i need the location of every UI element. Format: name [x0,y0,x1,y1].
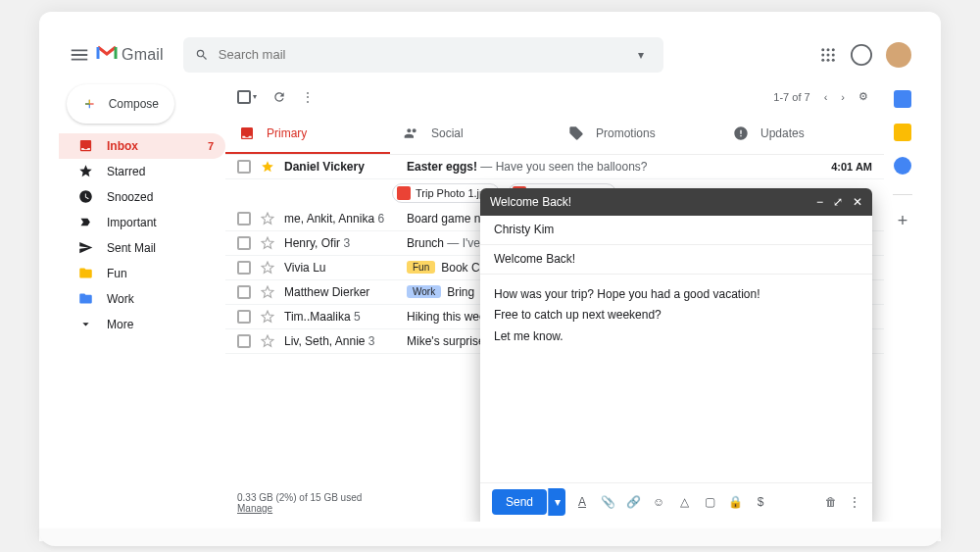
drive-icon[interactable]: △ [677,495,691,509]
refresh-icon[interactable] [272,90,286,104]
account-avatar[interactable] [886,42,911,68]
calendar-icon[interactable] [894,90,911,108]
email-checkbox[interactable] [237,310,251,324]
send-button[interactable]: Send [492,489,547,515]
tab-updates[interactable]: Updates [719,116,884,154]
menu-icon[interactable] [69,44,90,66]
next-icon[interactable]: › [841,91,845,103]
search-input[interactable] [219,47,628,62]
tab-primary[interactable]: Primary [225,116,390,154]
tab-social[interactable]: Social [390,116,555,154]
sidebar-item-starred[interactable]: Starred [59,159,225,184]
svg-point-6 [821,58,824,61]
sidebar-item-snoozed[interactable]: Snoozed [59,184,225,210]
star-icon[interactable] [261,261,274,275]
svg-point-0 [821,48,824,51]
emoji-icon[interactable]: ☺ [652,495,665,509]
sidebar-item-more[interactable]: More [59,312,225,337]
keep-icon[interactable] [894,124,911,141]
photo-icon[interactable]: ▢ [703,495,716,509]
compose-dialog: Welcome Back! − ⤢ ✕ Christy Kim Welcome … [480,188,872,522]
svg-point-3 [821,53,824,56]
gmail-m-icon [96,43,118,66]
compose-body[interactable]: How was your trip? Hope you had a good v… [480,275,872,482]
star-icon[interactable] [261,236,274,250]
gmail-logo[interactable]: Gmail [96,43,164,66]
sidebar-item-work[interactable]: Work [59,286,225,312]
money-icon[interactable]: $ [754,495,767,509]
dialog-header[interactable]: Welcome Back! − ⤢ ✕ [480,188,872,216]
close-icon[interactable]: ✕ [853,195,862,209]
svg-point-8 [832,58,835,61]
email-checkbox[interactable] [237,334,251,348]
sidebar-item-important[interactable]: Important [59,210,225,235]
manage-storage-link[interactable]: Manage [237,503,272,514]
minimize-icon[interactable]: − [816,195,823,209]
to-field[interactable]: Christy Kim [480,216,872,245]
sender: Vivia Lu [284,261,397,275]
email-checkbox[interactable] [237,285,251,299]
send-icon [78,240,93,255]
select-all-checkbox[interactable]: ▾ [237,90,257,104]
settings-icon[interactable]: ⚙ [858,90,872,104]
sidebar-item-inbox[interactable]: Inbox7 [59,133,225,159]
add-addon-icon[interactable]: + [898,211,908,231]
important-icon [78,215,93,229]
email-row[interactable]: Daniel VickeryEaster eggs! — Have you se… [225,155,884,179]
dialog-title: Welcome Back! [490,195,571,209]
link-icon[interactable]: 🔗 [626,495,640,509]
star-icon[interactable] [261,285,274,299]
apps-icon[interactable] [819,46,837,64]
sender: Liv, Seth, Annie 3 [284,334,397,348]
email-checkbox[interactable] [237,212,251,226]
sender: Henry, Ofir 3 [284,236,397,250]
page-count: 1-7 of 7 [773,91,809,103]
send-options-icon[interactable]: ▾ [548,488,565,516]
side-panel: + [884,78,921,522]
prev-icon[interactable]: ‹ [824,91,828,103]
attach-icon[interactable]: 📎 [601,495,614,509]
notifications-icon[interactable] [851,44,872,66]
more-icon[interactable]: ⋮ [302,90,316,104]
sidebar-item-fun[interactable]: Fun [59,261,225,286]
inbox-icon [78,138,93,153]
tab-promotions[interactable]: Promotions [555,116,719,154]
svg-point-5 [832,53,835,56]
expand-icon[interactable]: ⤢ [833,195,843,209]
lock-icon[interactable]: 🔒 [728,495,742,509]
star-icon[interactable] [261,310,274,324]
email-checkbox[interactable] [237,236,251,250]
star-icon[interactable] [261,160,274,174]
sidebar-item-sent-mail[interactable]: Sent Mail [59,235,225,261]
subject-field[interactable]: Welcome Back! [480,245,872,275]
more-icon [78,317,93,331]
header: Gmail ▾ [59,31,921,78]
sender: Daniel Vickery [284,160,397,174]
date: 4:01 AM [827,161,872,173]
category-tabs: PrimarySocialPromotionsUpdates [225,116,884,155]
sidebar: Compose Inbox7StarredSnoozedImportantSen… [59,78,225,522]
star-icon[interactable] [261,212,274,226]
compose-label: Compose [109,97,159,111]
label-tag: Fun [407,261,435,274]
star-icon[interactable] [261,334,274,348]
email-checkbox[interactable] [237,160,251,174]
svg-point-1 [827,48,830,51]
compose-toolbar: Send ▾ A 📎 🔗 ☺ △ ▢ 🔒 $ 🗑 ⋮ [480,482,872,522]
svg-point-7 [827,58,830,61]
trash-icon[interactable]: 🗑 [825,495,837,509]
tasks-icon[interactable] [894,157,911,175]
format-icon[interactable]: A [575,495,589,509]
label-tag: Work [407,285,441,298]
search-bar[interactable]: ▾ [183,37,663,73]
image-icon [397,186,411,200]
compose-button[interactable]: Compose [67,84,174,124]
sender: Tim..Maalika 5 [284,310,397,324]
clock-icon [78,189,93,204]
dropdown-icon[interactable]: ▾ [638,48,652,62]
svg-point-2 [832,48,835,51]
more-options-icon[interactable]: ⋮ [849,495,860,509]
email-checkbox[interactable] [237,261,251,275]
sender: me, Ankit, Annika 6 [284,212,397,226]
work-icon [78,291,93,306]
